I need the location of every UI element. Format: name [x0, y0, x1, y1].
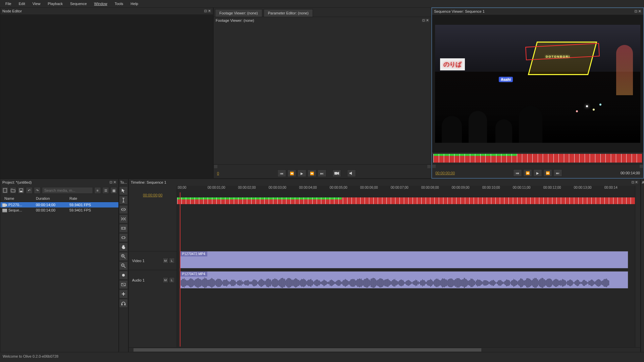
menu-file[interactable]: File — [2, 1, 15, 7]
project-col-name[interactable]: Name — [2, 196, 36, 200]
go-end-button[interactable]: ⏭ — [318, 170, 326, 177]
project-col-rate[interactable]: Rate — [69, 196, 116, 200]
timeline-tracks[interactable]: :00;0000:00:01;0000:00:02;0000:00:03;000… — [177, 186, 635, 347]
panel-undock-icon[interactable]: ▢ — [634, 10, 638, 13]
sequence-scrollbar[interactable] — [432, 164, 643, 168]
slide-tool[interactable] — [119, 233, 128, 242]
footage-scrollbar[interactable] — [214, 164, 431, 168]
row-rate: 59.9401 FPS — [69, 203, 116, 207]
panel-close-icon[interactable]: ✕ — [638, 10, 641, 13]
zoom-in-tool[interactable] — [119, 252, 128, 261]
rolling-tool[interactable] — [119, 215, 128, 223]
video-mute-button[interactable]: M — [163, 258, 168, 263]
node-editor-panel: Node Editor ▢ ✕ — [0, 7, 213, 179]
video-lock-button[interactable]: L — [169, 258, 175, 263]
menu-tools[interactable]: Tools — [111, 1, 127, 7]
menu-sequence[interactable]: Sequence — [67, 1, 90, 7]
seq-play-button[interactable]: ▶ — [533, 169, 542, 177]
view-grid-icon[interactable]: ▦ — [110, 187, 117, 194]
svg-rect-3 — [20, 191, 22, 192]
project-table: P1270...00:00:14;0059.9401 FPSSeque...00… — [0, 202, 118, 352]
headphones-tool[interactable] — [119, 299, 128, 308]
menu-playback[interactable]: Playback — [44, 1, 66, 7]
undo-icon[interactable]: ↶ — [26, 187, 33, 194]
audio-lock-button[interactable]: L — [169, 277, 175, 283]
svg-line-15 — [124, 257, 125, 258]
sequence-ruler[interactable] — [433, 154, 642, 163]
save-icon[interactable] — [18, 187, 24, 194]
text-cursor-tool[interactable] — [119, 196, 128, 204]
audio-meter-panel: A... — [641, 179, 644, 352]
slip-tool[interactable] — [119, 224, 128, 233]
panel-undock-icon[interactable]: ▢ — [109, 181, 113, 184]
timeline-panel: Timeline: Sequence 1 ▢ ✕ 00:00:00;00 Vid… — [128, 179, 641, 352]
step-forward-button[interactable]: ⏩ — [308, 170, 316, 177]
svg-point-21 — [122, 274, 125, 277]
audio-mute-button[interactable]: M — [163, 277, 168, 283]
ripple-tool[interactable] — [119, 205, 128, 214]
project-row[interactable]: Seque...00:00:14;0059.9401 FPS — [0, 207, 118, 213]
svg-rect-13 — [122, 237, 125, 239]
footage-timecode[interactable]: 0 — [217, 171, 219, 175]
playhead[interactable] — [180, 192, 180, 347]
status-bar: Welcome to Olive 0.2.0-e06b0728 — [0, 352, 644, 360]
seq-step-forward-button[interactable]: ⏩ — [543, 169, 552, 177]
menu-help[interactable]: Help — [127, 1, 142, 7]
go-start-button[interactable]: ⏮ — [277, 170, 286, 177]
new-file-icon[interactable] — [2, 187, 8, 194]
project-panel: Project: *(untitled) ▢ ✕ ↶ ↷ ≡ ☰ ▦ Nam — [0, 179, 119, 352]
sequence-preview[interactable]: DOTONBORI Asahi のりば — [432, 15, 643, 153]
svg-rect-25 — [124, 304, 125, 305]
panel-undock-icon[interactable]: ▢ — [204, 9, 207, 13]
svg-rect-10 — [121, 227, 125, 229]
zoom-out-tool[interactable] — [119, 261, 128, 270]
panel-close-icon[interactable]: ✕ — [426, 19, 429, 22]
time-ruler[interactable]: :00;0000:00:01;0000:00:02;0000:00:03;000… — [177, 186, 635, 192]
audio-clip-label: P1270472.MP4 — [180, 272, 207, 277]
timeline-vscroll[interactable] — [635, 186, 640, 347]
svg-line-19 — [124, 266, 125, 268]
node-editor-canvas[interactable] — [0, 14, 213, 178]
seq-step-back-button[interactable]: ⏪ — [523, 169, 532, 177]
hand-tool[interactable] — [119, 243, 128, 251]
footage-viewer-title: Footage Viewer: (none) — [216, 18, 254, 22]
video-clip[interactable]: P1270472.MP4 — [180, 251, 628, 268]
panel-undock-icon[interactable]: ▢ — [422, 19, 425, 22]
step-back-button[interactable]: ⏪ — [287, 170, 296, 177]
panel-close-icon[interactable]: ✕ — [208, 9, 211, 13]
menu-view[interactable]: View — [29, 1, 44, 7]
menu-edit[interactable]: Edit — [15, 1, 29, 7]
mute-button[interactable] — [347, 170, 356, 177]
tab-parameter-editor[interactable]: Parameter Editor: (none) — [264, 9, 313, 17]
add-tool[interactable] — [119, 290, 128, 298]
tab-footage-viewer[interactable]: Footage Viewer: (none) — [215, 9, 262, 17]
search-input[interactable] — [42, 187, 93, 194]
node-editor-title: Node Editor — [2, 9, 22, 13]
seq-go-start-button[interactable]: ⏮ — [513, 169, 522, 177]
timeline-timecode[interactable]: 00:00:00;00 — [143, 193, 162, 197]
footage-viewer-canvas[interactable] — [214, 24, 431, 164]
project-row[interactable]: P1270...00:00:14;0059.9401 FPS — [0, 202, 118, 207]
video-track-header: Video 1 M L — [129, 251, 177, 270]
panel-close-icon[interactable]: ✕ — [113, 181, 116, 184]
seq-go-end-button[interactable]: ⏭ — [553, 169, 562, 177]
record-tool[interactable] — [119, 271, 128, 280]
camera-button[interactable] — [332, 170, 341, 177]
pointer-tool[interactable] — [119, 186, 128, 195]
panel-undock-icon[interactable]: ▢ — [631, 181, 635, 184]
project-col-duration[interactable]: Duration — [36, 196, 69, 200]
transition-tool[interactable] — [119, 280, 128, 289]
audio-track-header: Audio 1 M L — [129, 270, 177, 290]
play-button[interactable]: ▶ — [298, 170, 306, 177]
redo-icon[interactable]: ↷ — [34, 187, 41, 194]
audio-clip[interactable]: P1270472.MP4 — [180, 271, 628, 289]
view-tree-icon[interactable]: ≡ — [94, 187, 101, 194]
sequence-timecode-left[interactable]: 00:00:00;00 — [435, 171, 455, 175]
open-folder-icon[interactable] — [10, 187, 16, 194]
timeline-hscroll[interactable] — [129, 347, 640, 352]
svg-rect-5 — [2, 209, 7, 210]
view-list-icon[interactable]: ☰ — [102, 187, 109, 194]
panel-close-icon[interactable]: ✕ — [635, 181, 638, 184]
svg-rect-6 — [2, 210, 7, 211]
menu-window[interactable]: Window — [91, 1, 111, 7]
